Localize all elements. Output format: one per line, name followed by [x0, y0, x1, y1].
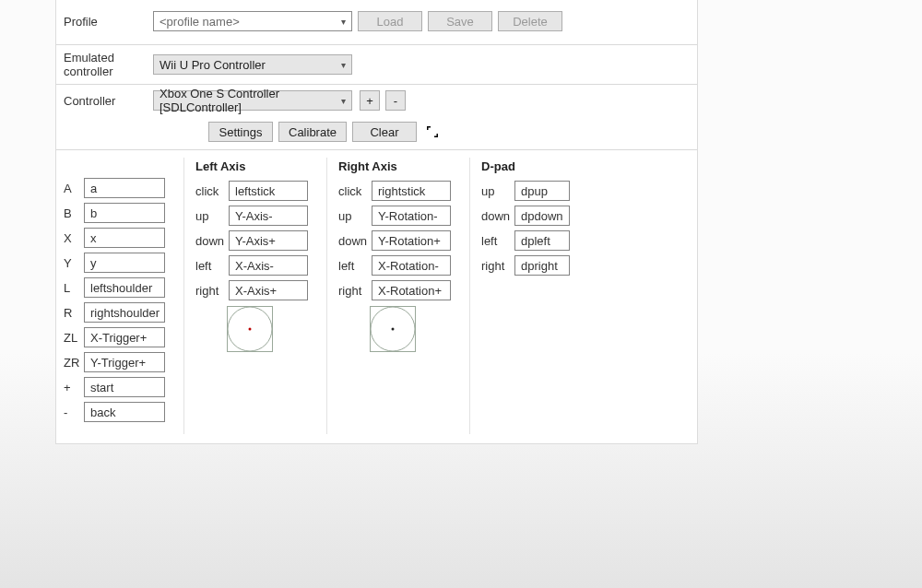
buttons-column: Aa Bb Xx Yy Lleftshoulder Rrightshoulder…	[62, 158, 174, 434]
right-axis-up-field[interactable]: Y-Rotation-	[372, 206, 451, 226]
add-controller-button[interactable]: +	[360, 90, 380, 111]
svg-point-2	[249, 328, 252, 331]
map-label-plus: +	[62, 381, 84, 394]
right-axis-left-field[interactable]: X-Rotation-	[372, 255, 451, 276]
controller-toolbar: Settings Calibrate Clear	[56, 116, 697, 149]
right-axis-click-field[interactable]: rightstick	[372, 181, 451, 201]
map-field-a[interactable]: a	[84, 178, 165, 198]
map-field-y[interactable]: y	[84, 253, 165, 273]
dpad-column: D-pad updpup downdpdown leftdpleft right…	[469, 158, 579, 434]
dpad-up-label: up	[479, 184, 514, 198]
left-axis-up-label: up	[194, 209, 229, 223]
left-axis-up-field[interactable]: Y-Axis-	[229, 206, 308, 226]
svg-point-5	[392, 328, 395, 331]
map-field-x[interactable]: x	[84, 228, 165, 248]
dpad-down-label: down	[479, 209, 514, 223]
expand-icon[interactable]	[422, 122, 443, 142]
right-axis-right-label: right	[337, 284, 372, 298]
dpad-right-label: right	[479, 259, 514, 273]
settings-button[interactable]: Settings	[208, 122, 273, 142]
left-axis-left-field[interactable]: X-Axis-	[229, 255, 308, 276]
left-axis-right-label: right	[194, 284, 229, 298]
left-axis-title: Left Axis	[195, 159, 308, 173]
dpad-up-field[interactable]: dpup	[514, 181, 570, 201]
dpad-title: D-pad	[481, 159, 570, 173]
left-axis-left-label: left	[194, 259, 229, 273]
emulated-controller-label: Emulated controller	[56, 51, 153, 78]
left-axis-down-field[interactable]: Y-Axis+	[229, 230, 308, 251]
map-label-zr: ZR	[62, 356, 84, 370]
controller-row: Controller Xbox One S Controller [SDLCon…	[56, 85, 697, 116]
map-label-l: L	[62, 281, 84, 295]
remove-controller-button[interactable]: -	[385, 90, 406, 111]
clear-button[interactable]: Clear	[352, 122, 417, 142]
controller-settings-panel: Profile <profile name> ▾ Load Save Delet…	[55, 0, 698, 444]
left-axis-right-field[interactable]: X-Axis+	[229, 280, 308, 300]
map-label-a: A	[62, 182, 84, 195]
map-label-y: Y	[62, 256, 84, 270]
mapping-area: Aa Bb Xx Yy Lleftshoulder Rrightshoulder…	[56, 150, 697, 434]
right-axis-up-label: up	[337, 209, 372, 223]
right-axis-click-label: click	[337, 184, 372, 198]
profile-row: Profile <profile name> ▾ Load Save Delet…	[56, 0, 697, 44]
right-axis-right-field[interactable]: X-Rotation+	[372, 280, 451, 300]
map-label-x: X	[62, 231, 84, 245]
controller-combo[interactable]: Xbox One S Controller [SDLController] ▾	[153, 90, 352, 111]
right-axis-column: Right Axis clickrightstick upY-Rotation-…	[326, 158, 460, 434]
map-field-r[interactable]: rightshoulder	[84, 302, 165, 323]
right-axis-down-label: down	[337, 234, 372, 248]
map-field-plus[interactable]: start	[84, 377, 165, 397]
save-button[interactable]: Save	[428, 11, 492, 31]
calibrate-button[interactable]: Calibrate	[278, 122, 347, 142]
map-field-minus[interactable]: back	[84, 402, 165, 422]
dpad-left-field[interactable]: dpleft	[514, 230, 570, 251]
emulated-controller-row: Emulated controller Wii U Pro Controller…	[56, 45, 697, 84]
left-axis-visualizer	[227, 306, 273, 352]
controller-label: Controller	[56, 94, 153, 108]
dpad-left-label: left	[479, 234, 514, 248]
controller-value: Xbox One S Controller [SDLController]	[160, 87, 341, 114]
load-button[interactable]: Load	[358, 11, 422, 31]
chevron-down-icon: ▾	[341, 96, 346, 106]
profile-name-text: <profile name>	[160, 15, 240, 29]
map-field-zl[interactable]: X-Trigger+	[84, 327, 165, 347]
left-axis-click-field[interactable]: leftstick	[229, 181, 308, 201]
map-field-l[interactable]: leftshoulder	[84, 277, 165, 298]
map-field-zr[interactable]: Y-Trigger+	[84, 352, 165, 372]
profile-name-combo[interactable]: <profile name> ▾	[153, 11, 352, 31]
map-field-b[interactable]: b	[84, 203, 165, 223]
chevron-down-icon: ▾	[341, 17, 346, 27]
dpad-right-field[interactable]: dpright	[514, 255, 570, 276]
map-label-zl: ZL	[62, 331, 84, 345]
dpad-down-field[interactable]: dpdown	[514, 206, 570, 226]
emulated-controller-value: Wii U Pro Controller	[160, 58, 266, 72]
right-axis-left-label: left	[337, 259, 372, 273]
right-axis-visualizer	[370, 306, 416, 352]
chevron-down-icon: ▾	[341, 60, 346, 70]
emulated-controller-combo[interactable]: Wii U Pro Controller ▾	[153, 54, 352, 75]
map-label-b: B	[62, 206, 84, 220]
map-label-r: R	[62, 306, 84, 320]
profile-label: Profile	[56, 15, 153, 29]
right-axis-title: Right Axis	[338, 159, 451, 173]
right-axis-down-field[interactable]: Y-Rotation+	[372, 230, 451, 251]
left-axis-down-label: down	[194, 234, 229, 248]
delete-button[interactable]: Delete	[498, 11, 562, 31]
map-label-minus: -	[62, 406, 84, 419]
left-axis-column: Left Axis clickleftstick upY-Axis- downY…	[183, 158, 317, 434]
left-axis-click-label: click	[194, 184, 229, 198]
